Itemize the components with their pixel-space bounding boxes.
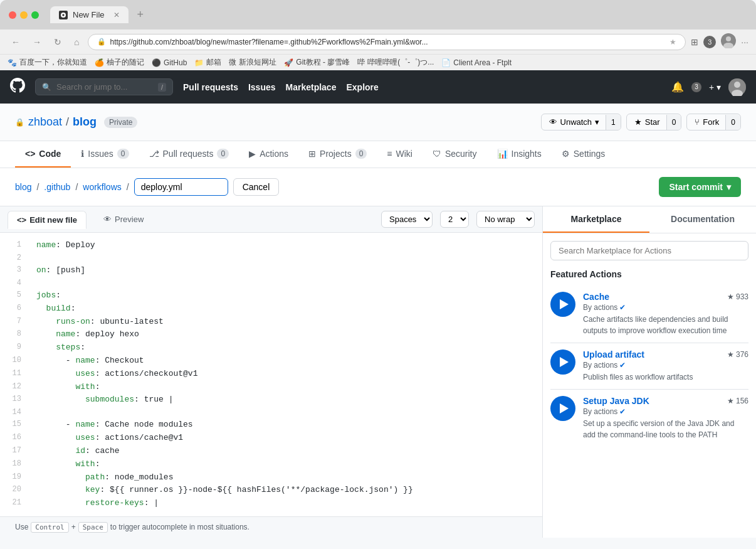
profile-badge[interactable]: 3	[703, 36, 716, 48]
start-commit-button[interactable]: Start commit ▾	[659, 177, 741, 197]
traffic-lights	[9, 11, 39, 19]
tab-insights[interactable]: 📊 Insights	[487, 141, 552, 168]
play-icon	[560, 357, 569, 367]
verified-badge: ✔	[619, 303, 626, 312]
path-github[interactable]: .github	[44, 182, 70, 192]
code-line-21: 21 restore-keys: |	[0, 497, 542, 510]
repo-name-link[interactable]: blog	[73, 115, 97, 129]
tab-projects[interactable]: ⊞ Projects 0	[298, 141, 377, 168]
bookmark-email[interactable]: 📁 邮箱	[194, 57, 221, 68]
wiki-icon: ≡	[387, 149, 392, 159]
close-button[interactable]	[9, 11, 16, 19]
nav-marketplace[interactable]: Marketplace	[286, 82, 337, 92]
tab-issues[interactable]: ℹ Issues 0	[71, 141, 139, 168]
code-line-10: 10 - name: Checkout	[0, 354, 542, 368]
documentation-tab[interactable]: Documentation	[649, 206, 756, 233]
code-line-11: 11 uses: actions/checkout@v1	[0, 368, 542, 381]
unwatch-button[interactable]: 👁 Unwatch ▾ 1	[541, 114, 621, 131]
spaces-select[interactable]: Spaces Tabs	[381, 211, 433, 228]
edit-icon: <>	[17, 215, 26, 225]
breadcrumb-separator: /	[66, 115, 69, 129]
indent-select[interactable]: 2 4	[440, 211, 469, 228]
reload-button[interactable]: ↻	[50, 35, 65, 50]
address-bar[interactable]: 🔒 https://github.com/zhboat/blog/new/mas…	[88, 34, 686, 50]
insights-icon: 📊	[497, 149, 508, 159]
path-blog[interactable]: blog	[15, 182, 31, 192]
new-tab-button[interactable]: +	[137, 8, 144, 21]
notification-count: 3	[691, 82, 701, 92]
java-action-name[interactable]: Setup Java JDK	[583, 396, 649, 406]
tab-actions[interactable]: ▶ Actions	[239, 141, 298, 168]
upload-action-by: By actions ✔	[583, 361, 748, 370]
extensions-icon[interactable]: ⊞	[691, 37, 698, 47]
bookmark-bilibili[interactable]: 哔 哔哩哔哩(゜-゜)つ...	[357, 57, 434, 68]
sidebar-tabs: Marketplace Documentation	[543, 206, 756, 233]
user-avatar[interactable]	[728, 78, 746, 96]
new-item-button[interactable]: + ▾	[709, 82, 721, 92]
bookmark-client[interactable]: 📄 Client Area - Ftplt	[441, 58, 512, 67]
projects-count: 0	[355, 149, 367, 159]
home-button[interactable]: ⌂	[70, 35, 83, 50]
forward-button[interactable]: →	[29, 35, 45, 50]
chevron-down-icon: ▾	[727, 182, 731, 192]
bookmark-github[interactable]: ⚫ GitHub	[152, 58, 187, 67]
tab-pull-requests[interactable]: ⎇ Pull requests 0	[139, 141, 239, 168]
search-box[interactable]: 🔍 /	[35, 78, 173, 95]
upload-action-info: Upload artifact ★ 376 By actions ✔ Publ	[583, 349, 748, 383]
code-line-19: 19 path: node_modules	[0, 471, 542, 484]
upload-action-stars: ★ 376	[727, 350, 748, 359]
address-text: https://github.com/zhboat/blog/new/maste…	[110, 38, 666, 46]
cache-action-name[interactable]: Cache	[583, 292, 609, 302]
tab-settings[interactable]: ⚙ Settings	[552, 141, 616, 168]
tab-wiki[interactable]: ≡ Wiki	[377, 141, 423, 168]
nav-explore[interactable]: Explore	[346, 82, 378, 92]
marketplace-search[interactable]	[550, 241, 748, 260]
notification-bell[interactable]: 🔔	[671, 81, 684, 93]
edit-tab[interactable]: <> Edit new file	[8, 211, 87, 229]
path-workflows[interactable]: workflows	[83, 182, 121, 192]
bookmark-weibo[interactable]: 微 新浪短网址	[229, 57, 276, 68]
git-icon: 🚀	[284, 58, 293, 67]
nav-issues[interactable]: Issues	[248, 82, 276, 92]
upload-action-name[interactable]: Upload artifact	[583, 349, 644, 360]
code-line-18: 18 with:	[0, 458, 542, 471]
star-icon: ★	[727, 397, 734, 405]
bookmark-yuzi[interactable]: 🍊 柚子的随记	[95, 57, 144, 68]
verified-badge-3: ✔	[619, 407, 626, 416]
wrap-select[interactable]: No wrap Soft wrap	[476, 211, 535, 228]
tab-security[interactable]: 🛡 Security	[423, 141, 487, 168]
nav-pull-requests[interactable]: Pull requests	[183, 82, 238, 92]
path-sep-3: /	[127, 182, 129, 192]
sidebar-panel: Marketplace Documentation Featured Actio…	[543, 206, 756, 538]
tab-close-button[interactable]: ✕	[113, 11, 120, 19]
filename-input[interactable]	[134, 178, 228, 196]
yuzi-icon: 🍊	[95, 58, 104, 67]
browser-titlebar: New File ✕ +	[0, 0, 756, 29]
path-sep-1: /	[36, 182, 39, 192]
marketplace-tab[interactable]: Marketplace	[543, 206, 649, 233]
fork-button[interactable]: ⑂ Fork 0	[686, 114, 741, 131]
cache-action-stars: ★ 933	[727, 292, 748, 301]
search-input[interactable]	[56, 82, 153, 92]
cache-action-info: Cache ★ 933 By actions ✔ Cache artifact	[583, 292, 748, 336]
menu-icon[interactable]: ···	[741, 37, 748, 47]
star-button[interactable]: ★ Star 0	[626, 114, 682, 131]
security-icon: 🛡	[433, 149, 441, 159]
tab-code[interactable]: <> Code	[15, 141, 71, 168]
issues-icon: ℹ	[81, 149, 84, 159]
repo-owner-link[interactable]: zhboat	[28, 115, 62, 129]
code-editor[interactable]: 1 name: Deploy 2 3 on: [push] 4	[0, 233, 542, 516]
bookmark-git[interactable]: 🚀 Git教程 - 廖雪峰	[284, 57, 350, 68]
java-action-desc: Set up a specific version of the Java JD…	[583, 418, 748, 440]
preview-tab[interactable]: 👁 Preview	[94, 210, 153, 228]
code-icon: <>	[25, 149, 35, 159]
github-logo[interactable]	[10, 78, 25, 96]
back-button[interactable]: ←	[8, 35, 24, 50]
minimize-button[interactable]	[20, 11, 28, 19]
avatar-icon[interactable]	[721, 33, 736, 50]
maximize-button[interactable]	[31, 11, 39, 19]
cancel-button[interactable]: Cancel	[233, 178, 280, 196]
bookmarks-bar: 🐾 百度一下，你就知道 🍊 柚子的随记 ⚫ GitHub 📁 邮箱 微 新浪短网…	[0, 54, 756, 70]
bookmark-baidu[interactable]: 🐾 百度一下，你就知道	[8, 57, 87, 68]
browser-tab[interactable]: New File ✕	[50, 6, 129, 23]
